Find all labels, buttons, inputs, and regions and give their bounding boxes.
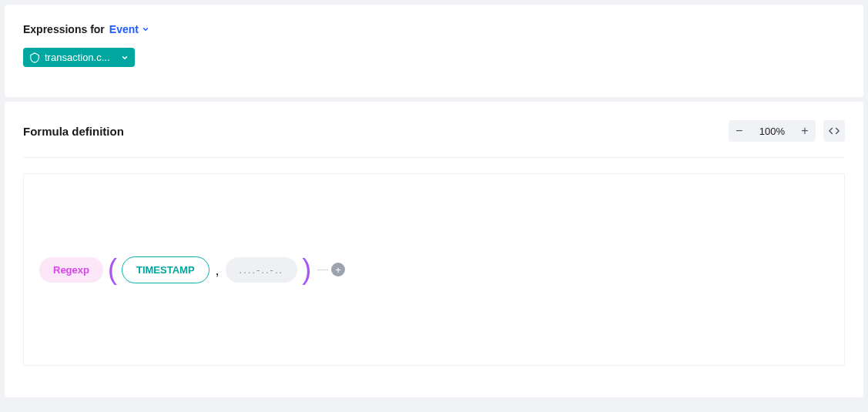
event-dropdown[interactable]: Event bbox=[109, 23, 149, 35]
expressions-panel: Expressions for Event transaction.c... bbox=[5, 5, 863, 97]
zoom-out-button[interactable]: − bbox=[729, 120, 750, 142]
expressions-label: Expressions for bbox=[23, 23, 105, 35]
event-dropdown-label: Event bbox=[109, 23, 139, 35]
argument-pill-timestamp[interactable]: TIMESTAMP bbox=[122, 256, 209, 283]
code-view-toggle[interactable] bbox=[823, 120, 845, 142]
chevron-down-icon bbox=[142, 25, 149, 33]
formula-panel: Formula definition − 100% + Regexp ( TIM… bbox=[5, 102, 863, 397]
add-expression-button[interactable]: + bbox=[331, 263, 345, 276]
formula-header: Formula definition − 100% + bbox=[23, 120, 845, 158]
code-icon bbox=[829, 126, 840, 136]
formula-title: Formula definition bbox=[23, 125, 124, 138]
chevron-down-icon bbox=[121, 54, 129, 62]
zoom-in-button[interactable]: + bbox=[794, 120, 816, 142]
formula-controls: − 100% + bbox=[729, 120, 845, 142]
data-icon bbox=[29, 52, 40, 63]
connector-line bbox=[317, 270, 328, 270]
expressions-header: Expressions for Event bbox=[23, 23, 845, 35]
close-paren: ) bbox=[300, 256, 313, 283]
open-paren: ( bbox=[106, 256, 119, 283]
transaction-chip[interactable]: transaction.c... bbox=[23, 48, 135, 67]
argument-pill-pattern[interactable]: ....-..-.. bbox=[226, 257, 298, 283]
transaction-chip-text: transaction.c... bbox=[45, 52, 110, 63]
formula-canvas[interactable]: Regexp ( TIMESTAMP , ....-..-.. ) + bbox=[23, 173, 845, 366]
zoom-control: − 100% + bbox=[729, 120, 816, 142]
zoom-value: 100% bbox=[750, 126, 794, 137]
function-pill-regexp[interactable]: Regexp bbox=[39, 257, 103, 283]
comma-separator: , bbox=[213, 263, 223, 283]
formula-expression: Regexp ( TIMESTAMP , ....-..-.. ) + bbox=[39, 256, 345, 283]
